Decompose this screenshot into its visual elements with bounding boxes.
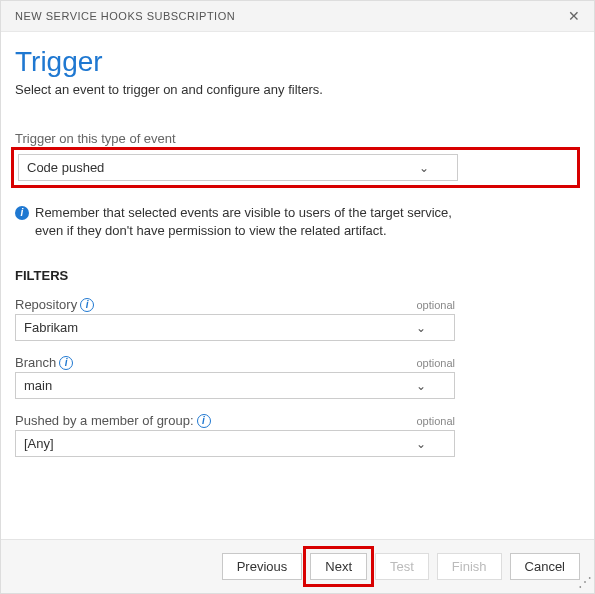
- info-icon[interactable]: i: [80, 298, 94, 312]
- chevron-down-icon: ⌄: [416, 437, 426, 451]
- chevron-down-icon: ⌄: [416, 321, 426, 335]
- group-label: Pushed by a member of group: i: [15, 413, 211, 428]
- branch-label: Branch i: [15, 355, 73, 370]
- repository-select[interactable]: Fabrikam ⌄: [15, 314, 455, 341]
- finish-button: Finish: [437, 553, 502, 580]
- event-note: i Remember that selected events are visi…: [15, 204, 455, 240]
- dialog-header: NEW SERVICE HOOKS SUBSCRIPTION ✕: [1, 1, 594, 32]
- cancel-button[interactable]: Cancel: [510, 553, 580, 580]
- filters-heading: FILTERS: [15, 268, 580, 283]
- branch-value: main: [24, 378, 52, 393]
- branch-select[interactable]: main ⌄: [15, 372, 455, 399]
- repository-label: Repository i: [15, 297, 94, 312]
- event-type-select[interactable]: Code pushed ⌄: [18, 154, 458, 181]
- previous-button[interactable]: Previous: [222, 553, 303, 580]
- group-optional: optional: [416, 415, 455, 427]
- event-type-highlight: Code pushed ⌄: [11, 147, 580, 188]
- test-button: Test: [375, 553, 429, 580]
- repository-filter: Repository i optional Fabrikam ⌄: [15, 297, 455, 341]
- info-icon: i: [15, 206, 29, 220]
- branch-filter: Branch i optional main ⌄: [15, 355, 455, 399]
- repository-optional: optional: [416, 299, 455, 311]
- repository-value: Fabrikam: [24, 320, 78, 335]
- event-type-value: Code pushed: [27, 160, 104, 175]
- event-note-text: Remember that selected events are visibl…: [35, 204, 455, 240]
- dialog-content: Trigger Select an event to trigger on an…: [1, 32, 594, 457]
- close-icon[interactable]: ✕: [568, 8, 580, 24]
- chevron-down-icon: ⌄: [419, 161, 429, 175]
- info-icon[interactable]: i: [197, 414, 211, 428]
- group-value: [Any]: [24, 436, 54, 451]
- chevron-down-icon: ⌄: [416, 379, 426, 393]
- dialog-title: NEW SERVICE HOOKS SUBSCRIPTION: [15, 10, 235, 22]
- branch-optional: optional: [416, 357, 455, 369]
- info-icon[interactable]: i: [59, 356, 73, 370]
- group-filter: Pushed by a member of group: i optional …: [15, 413, 455, 457]
- event-type-label: Trigger on this type of event: [15, 131, 580, 146]
- page-title: Trigger: [15, 46, 580, 78]
- dialog-footer: Previous Next Test Finish Cancel: [1, 539, 594, 593]
- page-subtitle: Select an event to trigger on and config…: [15, 82, 580, 97]
- next-button[interactable]: Next: [310, 553, 367, 580]
- group-select[interactable]: [Any] ⌄: [15, 430, 455, 457]
